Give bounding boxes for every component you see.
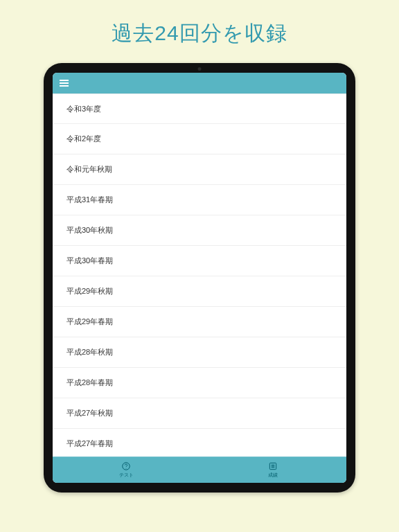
list-item[interactable]: 平成31年春期 <box>53 185 346 215</box>
bottom-tabbar: テスト 成績 <box>53 456 346 483</box>
list-item[interactable]: 平成28年春期 <box>53 368 346 398</box>
svg-point-1 <box>126 468 127 468</box>
page-title: 過去24回分を収録 <box>112 0 287 63</box>
screen: 令和3年度 令和2年度 令和元年秋期 平成31年春期 平成30年秋期 平成30年… <box>53 73 346 483</box>
list-item[interactable]: 平成27年秋期 <box>53 398 346 429</box>
camera-dot <box>198 67 202 71</box>
tab-test[interactable]: テスト <box>53 457 200 483</box>
tab-score-label: 成績 <box>268 472 278 479</box>
hamburger-icon[interactable] <box>60 80 69 87</box>
list-item[interactable]: 令和2年度 <box>53 124 346 154</box>
tab-score[interactable]: 成績 <box>200 457 346 483</box>
list-item[interactable]: 平成27年春期 <box>53 429 346 456</box>
question-circle-icon <box>121 461 131 471</box>
list-item[interactable]: 平成29年春期 <box>53 307 346 337</box>
tab-test-label: テスト <box>119 472 134 479</box>
list-box-icon <box>268 461 278 471</box>
list-item[interactable]: 平成28年秋期 <box>53 337 346 368</box>
list-item[interactable]: 平成30年春期 <box>53 246 346 276</box>
app-topbar <box>53 73 346 94</box>
exam-list: 令和3年度 令和2年度 令和元年秋期 平成31年春期 平成30年秋期 平成30年… <box>53 94 346 456</box>
list-item[interactable]: 平成29年秋期 <box>53 276 346 307</box>
tablet-frame: 令和3年度 令和2年度 令和元年秋期 平成31年春期 平成30年秋期 平成30年… <box>44 63 355 493</box>
list-item[interactable]: 令和3年度 <box>53 94 346 124</box>
list-item[interactable]: 平成30年秋期 <box>53 215 346 246</box>
list-item[interactable]: 令和元年秋期 <box>53 154 346 185</box>
